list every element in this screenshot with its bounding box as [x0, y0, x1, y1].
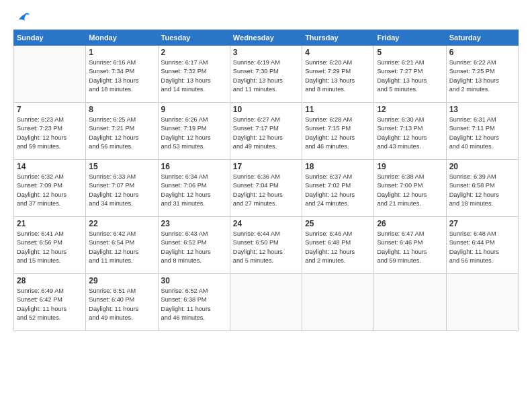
day-info: Sunrise: 6:51 AMSunset: 6:40 PMDaylight:…: [89, 287, 154, 322]
day-info: Sunrise: 6:16 AMSunset: 7:34 PMDaylight:…: [89, 58, 154, 94]
day-info: Sunrise: 6:43 AMSunset: 6:52 PMDaylight:…: [161, 230, 227, 265]
calendar-cell: 8Sunrise: 6:25 AMSunset: 7:21 PMDaylight…: [86, 103, 158, 160]
calendar-cell: 30Sunrise: 6:52 AMSunset: 6:38 PMDayligh…: [158, 274, 230, 331]
day-info: Sunrise: 6:37 AMSunset: 7:02 PMDaylight:…: [305, 173, 371, 208]
day-number: 2: [161, 48, 227, 57]
day-number: 23: [161, 219, 227, 228]
day-info: Sunrise: 6:25 AMSunset: 7:21 PMDaylight:…: [89, 116, 154, 151]
calendar-cell: 10Sunrise: 6:27 AMSunset: 7:17 PMDayligh…: [230, 103, 302, 160]
day-number: 15: [89, 162, 154, 171]
calendar-cell: 7Sunrise: 6:23 AMSunset: 7:23 PMDaylight…: [14, 103, 86, 160]
day-info: Sunrise: 6:32 AMSunset: 7:09 PMDaylight:…: [17, 173, 83, 208]
calendar-cell: 20Sunrise: 6:39 AMSunset: 6:58 PMDayligh…: [446, 160, 518, 217]
logo-text: [13, 11, 30, 26]
day-number: 30: [161, 276, 227, 285]
day-number: 29: [89, 276, 154, 285]
calendar-header-monday: Monday: [86, 30, 158, 46]
day-info: Sunrise: 6:33 AMSunset: 7:07 PMDaylight:…: [89, 173, 154, 208]
day-info: Sunrise: 6:20 AMSunset: 7:29 PMDaylight:…: [305, 58, 371, 94]
day-number: 3: [233, 48, 299, 57]
calendar-header-wednesday: Wednesday: [230, 30, 302, 46]
day-info: Sunrise: 6:28 AMSunset: 7:15 PMDaylight:…: [305, 116, 371, 151]
calendar-cell: 2Sunrise: 6:17 AMSunset: 7:32 PMDaylight…: [158, 46, 230, 103]
day-number: 16: [161, 162, 227, 171]
day-info: Sunrise: 6:42 AMSunset: 6:54 PMDaylight:…: [89, 230, 154, 265]
calendar-cell: 14Sunrise: 6:32 AMSunset: 7:09 PMDayligh…: [14, 160, 86, 217]
day-info: Sunrise: 6:21 AMSunset: 7:27 PMDaylight:…: [377, 58, 443, 94]
day-info: Sunrise: 6:17 AMSunset: 7:32 PMDaylight:…: [161, 58, 227, 94]
day-info: Sunrise: 6:48 AMSunset: 6:44 PMDaylight:…: [449, 230, 515, 265]
calendar-cell: 25Sunrise: 6:46 AMSunset: 6:48 PMDayligh…: [302, 217, 374, 274]
calendar-cell: 26Sunrise: 6:47 AMSunset: 6:46 PMDayligh…: [374, 217, 446, 274]
day-info: Sunrise: 6:52 AMSunset: 6:38 PMDaylight:…: [161, 287, 227, 322]
calendar-cell: 18Sunrise: 6:37 AMSunset: 7:02 PMDayligh…: [302, 160, 374, 217]
calendar-header-row: SundayMondayTuesdayWednesdayThursdayFrid…: [14, 30, 519, 46]
day-info: Sunrise: 6:34 AMSunset: 7:06 PMDaylight:…: [161, 173, 227, 208]
day-number: 6: [449, 48, 515, 57]
calendar-cell: 15Sunrise: 6:33 AMSunset: 7:07 PMDayligh…: [86, 160, 158, 217]
calendar-header-thursday: Thursday: [302, 30, 374, 46]
calendar-cell: 11Sunrise: 6:28 AMSunset: 7:15 PMDayligh…: [302, 103, 374, 160]
calendar-week-row: 1Sunrise: 6:16 AMSunset: 7:34 PMDaylight…: [14, 46, 519, 103]
day-info: Sunrise: 6:46 AMSunset: 6:48 PMDaylight:…: [305, 230, 371, 265]
calendar-cell: 16Sunrise: 6:34 AMSunset: 7:06 PMDayligh…: [158, 160, 230, 217]
day-number: 11: [305, 105, 371, 114]
day-number: 22: [89, 219, 154, 228]
calendar-cell: 12Sunrise: 6:30 AMSunset: 7:13 PMDayligh…: [374, 103, 446, 160]
calendar-cell: [374, 274, 446, 331]
day-number: 20: [449, 162, 515, 171]
day-number: 8: [89, 105, 154, 114]
day-number: 17: [233, 162, 299, 171]
day-info: Sunrise: 6:22 AMSunset: 7:25 PMDaylight:…: [449, 58, 515, 94]
day-number: 28: [17, 276, 83, 285]
calendar-header-tuesday: Tuesday: [158, 30, 230, 46]
day-info: Sunrise: 6:39 AMSunset: 6:58 PMDaylight:…: [449, 173, 515, 208]
calendar-header-friday: Friday: [374, 30, 446, 46]
calendar-cell: 4Sunrise: 6:20 AMSunset: 7:29 PMDaylight…: [302, 46, 374, 103]
logo: [13, 11, 30, 24]
day-number: 7: [17, 105, 83, 114]
calendar-cell: 5Sunrise: 6:21 AMSunset: 7:27 PMDaylight…: [374, 46, 446, 103]
calendar-cell: [14, 46, 86, 103]
day-info: Sunrise: 6:23 AMSunset: 7:23 PMDaylight:…: [17, 116, 83, 151]
day-number: 26: [377, 219, 443, 228]
day-number: 21: [17, 219, 83, 228]
day-info: Sunrise: 6:47 AMSunset: 6:46 PMDaylight:…: [377, 230, 443, 265]
day-number: 27: [449, 219, 515, 228]
calendar-header-saturday: Saturday: [446, 30, 518, 46]
day-info: Sunrise: 6:36 AMSunset: 7:04 PMDaylight:…: [233, 173, 299, 208]
calendar-cell: 3Sunrise: 6:19 AMSunset: 7:30 PMDaylight…: [230, 46, 302, 103]
day-number: 19: [377, 162, 443, 171]
day-number: 14: [17, 162, 83, 171]
calendar-week-row: 28Sunrise: 6:49 AMSunset: 6:42 PMDayligh…: [14, 274, 519, 331]
day-info: Sunrise: 6:49 AMSunset: 6:42 PMDaylight:…: [17, 287, 83, 322]
calendar-cell: 17Sunrise: 6:36 AMSunset: 7:04 PMDayligh…: [230, 160, 302, 217]
calendar-cell: 19Sunrise: 6:38 AMSunset: 7:00 PMDayligh…: [374, 160, 446, 217]
calendar-cell: 24Sunrise: 6:44 AMSunset: 6:50 PMDayligh…: [230, 217, 302, 274]
page: SundayMondayTuesdayWednesdayThursdayFrid…: [0, 0, 532, 411]
calendar-week-row: 14Sunrise: 6:32 AMSunset: 7:09 PMDayligh…: [14, 160, 519, 217]
calendar-cell: 27Sunrise: 6:48 AMSunset: 6:44 PMDayligh…: [446, 217, 518, 274]
day-info: Sunrise: 6:26 AMSunset: 7:19 PMDaylight:…: [161, 116, 227, 151]
day-info: Sunrise: 6:31 AMSunset: 7:11 PMDaylight:…: [449, 116, 515, 151]
day-info: Sunrise: 6:44 AMSunset: 6:50 PMDaylight:…: [233, 230, 299, 265]
header: [13, 11, 519, 24]
day-number: 13: [449, 105, 515, 114]
calendar-cell: 6Sunrise: 6:22 AMSunset: 7:25 PMDaylight…: [446, 46, 518, 103]
day-number: 10: [233, 105, 299, 114]
day-info: Sunrise: 6:38 AMSunset: 7:00 PMDaylight:…: [377, 173, 443, 208]
calendar-cell: 23Sunrise: 6:43 AMSunset: 6:52 PMDayligh…: [158, 217, 230, 274]
calendar-cell: [302, 274, 374, 331]
day-number: 1: [89, 48, 154, 57]
day-number: 18: [305, 162, 371, 171]
calendar-cell: 13Sunrise: 6:31 AMSunset: 7:11 PMDayligh…: [446, 103, 518, 160]
calendar-cell: [446, 274, 518, 331]
calendar-header-sunday: Sunday: [14, 30, 86, 46]
calendar-cell: 28Sunrise: 6:49 AMSunset: 6:42 PMDayligh…: [14, 274, 86, 331]
day-info: Sunrise: 6:27 AMSunset: 7:17 PMDaylight:…: [233, 116, 299, 151]
calendar-cell: 9Sunrise: 6:26 AMSunset: 7:19 PMDaylight…: [158, 103, 230, 160]
calendar-table: SundayMondayTuesdayWednesdayThursdayFrid…: [13, 30, 519, 331]
calendar-week-row: 21Sunrise: 6:41 AMSunset: 6:56 PMDayligh…: [14, 217, 519, 274]
calendar-week-row: 7Sunrise: 6:23 AMSunset: 7:23 PMDaylight…: [14, 103, 519, 160]
logo-bird-icon: [15, 11, 30, 26]
